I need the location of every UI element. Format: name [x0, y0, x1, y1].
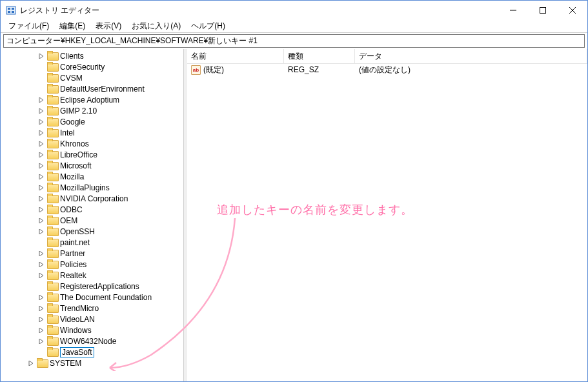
tree-item[interactable]: paint.net: [2, 237, 183, 248]
tree-item[interactable]: Google: [2, 116, 183, 127]
folder-icon: [47, 194, 57, 203]
tree-item[interactable]: GIMP 2.10: [2, 105, 183, 116]
tree-item[interactable]: TrendMicro: [2, 303, 183, 314]
folder-icon: [47, 128, 57, 137]
tree-item[interactable]: CVSM: [2, 72, 183, 83]
string-value-icon: ab: [191, 65, 201, 75]
expand-icon[interactable]: [37, 249, 46, 258]
expand-icon[interactable]: [37, 260, 46, 269]
value-name-cell: ab(既定): [187, 64, 284, 76]
folder-icon: [47, 63, 57, 72]
expand-icon[interactable]: [37, 139, 46, 148]
col-type[interactable]: 種類: [284, 49, 355, 63]
values-list[interactable]: ab(既定)REG_SZ(値の設定なし): [187, 64, 587, 381]
tree-pane[interactable]: ClientsCoreSecurityCVSMDefaultUserEnviro…: [1, 49, 184, 381]
tree-item[interactable]: Realtek: [2, 270, 183, 281]
menu-view[interactable]: 表示(V): [90, 20, 127, 32]
tree-item[interactable]: Policies: [2, 259, 183, 270]
folder-icon: [47, 227, 57, 236]
folder-icon: [47, 260, 57, 269]
close-button[interactable]: [558, 1, 587, 20]
tree-item[interactable]: MozillaPlugins: [2, 182, 183, 193]
folder-icon: [47, 271, 57, 280]
expand-icon[interactable]: [37, 293, 46, 302]
address-bar[interactable]: コンピューター¥HKEY_LOCAL_MACHINE¥SOFTWARE¥新しいキ…: [3, 34, 585, 48]
tree-item[interactable]: NVIDIA Corporation: [2, 193, 183, 204]
expand-icon[interactable]: [37, 216, 46, 225]
expand-icon[interactable]: [37, 337, 46, 346]
tree-item-label: CoreSecurity: [60, 63, 105, 72]
expand-icon[interactable]: [26, 359, 35, 368]
expand-icon[interactable]: [37, 205, 46, 214]
tree-item-label: TrendMicro: [60, 304, 99, 313]
tree-item[interactable]: Microsoft: [2, 160, 183, 171]
expand-icon-placeholder: [37, 238, 46, 247]
tree-item[interactable]: SYSTEM: [2, 357, 183, 368]
tree-item[interactable]: The Document Foundation: [2, 292, 183, 303]
folder-icon: [47, 52, 57, 61]
tree-item-label: Intel: [60, 128, 75, 137]
expand-icon[interactable]: [37, 96, 46, 105]
registry-tree: ClientsCoreSecurityCVSMDefaultUserEnviro…: [1, 49, 183, 370]
tree-item[interactable]: Mozilla: [2, 171, 183, 182]
col-data[interactable]: データ: [355, 49, 587, 63]
folder-icon: [47, 216, 57, 225]
folder-icon: [37, 359, 47, 368]
tree-item[interactable]: CoreSecurity: [2, 61, 183, 72]
tree-item[interactable]: Intel: [2, 127, 183, 138]
tree-item[interactable]: ODBC: [2, 204, 183, 215]
values-header: 名前 種類 データ: [187, 49, 587, 64]
tree-item-label: GIMP 2.10: [60, 106, 97, 116]
expand-icon[interactable]: [37, 128, 46, 137]
titlebar: レジストリ エディター: [1, 1, 587, 20]
expand-icon[interactable]: [37, 172, 46, 181]
expand-icon[interactable]: [37, 161, 46, 170]
folder-icon: [47, 106, 57, 116]
menu-edit[interactable]: 編集(E): [54, 20, 90, 32]
minimize-button[interactable]: [498, 1, 528, 20]
tree-item[interactable]: Clients: [2, 50, 183, 61]
expand-icon-placeholder: [37, 348, 46, 357]
address-text: コンピューター¥HKEY_LOCAL_MACHINE¥SOFTWARE¥新しいキ…: [6, 35, 258, 46]
expand-icon[interactable]: [37, 52, 46, 61]
col-name[interactable]: 名前: [187, 49, 284, 63]
expand-icon[interactable]: [37, 271, 46, 280]
expand-icon[interactable]: [37, 150, 46, 159]
expand-icon[interactable]: [37, 315, 46, 324]
tree-item[interactable]: OEM: [2, 215, 183, 226]
expand-icon[interactable]: [37, 304, 46, 313]
expand-icon[interactable]: [37, 194, 46, 203]
expand-icon[interactable]: [37, 183, 46, 192]
tree-item[interactable]: Partner: [2, 248, 183, 259]
expand-icon[interactable]: [37, 117, 46, 126]
menu-favorites[interactable]: お気に入り(A): [127, 20, 186, 32]
expand-icon-placeholder: [37, 63, 46, 72]
tree-item[interactable]: VideoLAN: [2, 314, 183, 325]
menu-help[interactable]: ヘルプ(H): [186, 20, 230, 32]
svg-rect-0: [6, 6, 15, 14]
expand-icon[interactable]: [37, 106, 46, 116]
tree-item[interactable]: DefaultUserEnvironment: [2, 83, 183, 94]
tree-item[interactable]: JavaSoft: [2, 347, 183, 357]
value-row[interactable]: ab(既定)REG_SZ(値の設定なし): [187, 64, 587, 75]
svg-rect-2: [12, 8, 14, 10]
tree-item-label: OpenSSH: [60, 227, 95, 236]
value-name: (既定): [203, 65, 224, 75]
tree-item[interactable]: Khronos: [2, 138, 183, 149]
maximize-button[interactable]: [528, 1, 558, 20]
tree-item[interactable]: WOW6432Node: [2, 336, 183, 347]
tree-item-label: Partner: [60, 249, 85, 258]
menu-file[interactable]: ファイル(F): [3, 20, 54, 32]
tree-item[interactable]: OpenSSH: [2, 226, 183, 237]
tree-item[interactable]: RegisteredApplications: [2, 281, 183, 292]
folder-icon: [47, 326, 57, 335]
tree-item-label[interactable]: JavaSoft: [60, 347, 94, 357]
folder-icon: [47, 85, 57, 94]
expand-icon-placeholder: [37, 74, 46, 83]
expand-icon[interactable]: [37, 227, 46, 236]
tree-item[interactable]: Eclipse Adoptium: [2, 94, 183, 105]
tree-item[interactable]: LibreOffice: [2, 149, 183, 160]
tree-item[interactable]: Windows: [2, 325, 183, 336]
expand-icon[interactable]: [37, 326, 46, 335]
tree-item-label: SYSTEM: [50, 359, 81, 368]
